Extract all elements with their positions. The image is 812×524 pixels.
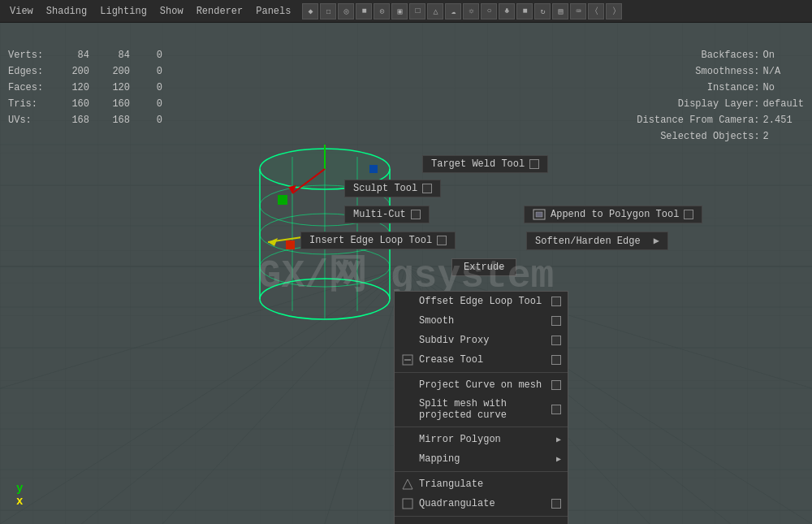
- quadrangulate-icon: [401, 497, 414, 510]
- subdiv-label: Subdiv Proxy: [419, 335, 546, 346]
- toolbar-icon-10[interactable]: ☼: [463, 3, 479, 19]
- faces-val1: 120: [57, 80, 97, 96]
- extrude-button[interactable]: Extrude: [451, 258, 516, 276]
- toolbar-icon-4[interactable]: ■: [356, 3, 372, 19]
- split-mesh-label: Split mesh with projected curve: [419, 398, 546, 421]
- toolbar-icon-17[interactable]: 〈: [588, 3, 604, 19]
- sculpt-tool-checkbox[interactable]: [422, 184, 432, 193]
- multi-cut-checkbox[interactable]: [411, 210, 421, 219]
- x-axis-label: x: [16, 495, 23, 508]
- append-polygon-label: Append to Polygon Tool: [551, 209, 679, 220]
- append-polygon-checkbox[interactable]: [684, 210, 693, 219]
- svg-rect-47: [403, 499, 412, 509]
- toolbar-icon-2[interactable]: ☐: [320, 3, 336, 19]
- project-curve-label: Project Curve on mesh: [419, 379, 546, 391]
- toolbar-icon-11[interactable]: ○: [481, 3, 497, 19]
- stat-row-edges: Edges: 200 200 0: [8, 63, 162, 80]
- toolbar-icon-1[interactable]: ◆: [302, 3, 318, 19]
- menu-view[interactable]: View: [5, 4, 38, 19]
- stat-row-uvs: UVs: 168 168 0: [8, 112, 162, 128]
- toolbar-icon-6[interactable]: ▣: [391, 3, 408, 19]
- insert-edge-loop-tool[interactable]: Insert Edge Loop Tool: [300, 232, 456, 249]
- toolbar-icon-15[interactable]: ▤: [552, 3, 568, 19]
- smooth-check[interactable]: [551, 316, 561, 326]
- ctx-subdiv-proxy[interactable]: Subdiv Proxy: [395, 331, 568, 350]
- append-polygon-icon: [533, 209, 546, 220]
- append-polygon-tool[interactable]: Append to Polygon Tool: [524, 206, 702, 223]
- menu-shading[interactable]: Shading: [41, 4, 92, 19]
- crease-label: Crease Tool: [419, 354, 546, 366]
- offset-edge-check[interactable]: [551, 297, 561, 306]
- toolbar-icon-3[interactable]: ◎: [338, 3, 354, 19]
- project-curve-check[interactable]: [551, 380, 561, 390]
- axis-indicator: y x: [16, 482, 23, 508]
- toolbar-icon-18[interactable]: 〉: [606, 3, 622, 19]
- ctx-mapping[interactable]: Mapping ▶: [395, 449, 568, 469]
- crease-check[interactable]: [551, 355, 561, 365]
- ctx-offset-edge-loop[interactable]: Offset Edge Loop Tool: [395, 292, 568, 311]
- displaylayer-label: Display Layer:: [622, 96, 760, 112]
- toolbar-icon-8[interactable]: △: [427, 3, 443, 19]
- toolbar-icon-5[interactable]: ⊙: [374, 3, 390, 19]
- stat-right-instance: Instance: No: [622, 80, 804, 96]
- svg-marker-46: [403, 479, 412, 489]
- sculpt-tool-label: Sculpt Tool: [353, 183, 417, 194]
- toolbar-icon-7[interactable]: □: [409, 3, 425, 19]
- smoothness-label: Smoothness:: [622, 63, 760, 80]
- toolbar-icon-14[interactable]: ↻: [534, 3, 551, 19]
- offset-edge-label: Offset Edge Loop Tool: [419, 296, 546, 307]
- multi-cut-tool[interactable]: Multi-Cut: [344, 206, 430, 223]
- subdiv-check[interactable]: [551, 336, 561, 345]
- smoothness-val: N/A: [763, 63, 781, 80]
- faces-label: Faces:: [8, 80, 57, 96]
- tris-val3: 0: [138, 96, 162, 112]
- ctx-split-mesh[interactable]: Split mesh with projected curve: [395, 395, 568, 424]
- ctx-smooth[interactable]: Smooth: [395, 311, 568, 331]
- menu-renderer[interactable]: Renderer: [192, 4, 248, 19]
- svg-rect-42: [286, 240, 295, 249]
- edges-label: Edges:: [8, 63, 57, 80]
- insert-edge-checkbox[interactable]: [437, 236, 447, 245]
- verts-val1: 84: [57, 47, 97, 63]
- offset-edge-icon: [401, 295, 414, 308]
- stat-right-displaylayer: Display Layer: default: [622, 96, 804, 112]
- insert-edge-label: Insert Edge Loop Tool: [309, 235, 432, 246]
- menu-lighting[interactable]: Lighting: [95, 4, 152, 19]
- verts-val3: 0: [138, 47, 162, 63]
- viewport[interactable]: GX/网 gsystem: [0, 23, 812, 524]
- quadrangulate-check[interactable]: [551, 499, 561, 509]
- svg-rect-41: [369, 165, 378, 173]
- triangulate-icon: [401, 478, 414, 491]
- stat-right-smoothness: Smoothness: N/A: [622, 63, 804, 80]
- multi-cut-label: Multi-Cut: [353, 209, 406, 220]
- faces-val3: 0: [138, 80, 162, 96]
- split-mesh-check[interactable]: [551, 405, 561, 414]
- ctx-separate[interactable]: Separate: [395, 519, 568, 524]
- stat-row-verts: Verts: 84 84 0: [8, 47, 162, 63]
- uvs-label: UVs:: [8, 112, 57, 128]
- menu-show[interactable]: Show: [155, 4, 188, 19]
- soften-harden-label: Soften/Harden Edge: [535, 236, 641, 247]
- toolbar-icon-12[interactable]: ♣: [499, 3, 515, 19]
- stat-right-selected: Selected Objects: 2: [622, 128, 804, 145]
- context-menu: Offset Edge Loop Tool Smooth Subdiv Prox…: [394, 291, 568, 524]
- toolbar-icon-13[interactable]: ■: [516, 3, 533, 19]
- smooth-icon: [401, 314, 414, 327]
- soften-harden-arrow: ▶: [646, 235, 659, 247]
- soften-harden-edge[interactable]: Soften/Harden Edge ▶: [526, 232, 668, 250]
- sculpt-tool[interactable]: Sculpt Tool: [344, 180, 441, 197]
- target-weld-label: Target Weld Tool: [431, 158, 525, 170]
- ctx-crease-tool[interactable]: Crease Tool: [395, 350, 568, 370]
- toolbar-icon-9[interactable]: ☁: [445, 3, 461, 19]
- distance-label: Distance From Camera:: [622, 112, 760, 128]
- ctx-project-curve[interactable]: Project Curve on mesh: [395, 375, 568, 395]
- stat-row-faces: Faces: 120 120 0: [8, 80, 162, 96]
- target-weld-tool[interactable]: Target Weld Tool: [422, 155, 548, 173]
- ctx-triangulate[interactable]: Triangulate: [395, 474, 568, 494]
- distance-val: 2.451: [763, 112, 793, 128]
- target-weld-checkbox[interactable]: [529, 159, 539, 169]
- menu-panels[interactable]: Panels: [251, 4, 296, 19]
- toolbar-icon-16[interactable]: ⌨: [570, 3, 586, 19]
- ctx-mirror-polygon[interactable]: Mirror Polygon ▶: [395, 430, 568, 449]
- ctx-quadrangulate[interactable]: Quadrangulate: [395, 494, 568, 513]
